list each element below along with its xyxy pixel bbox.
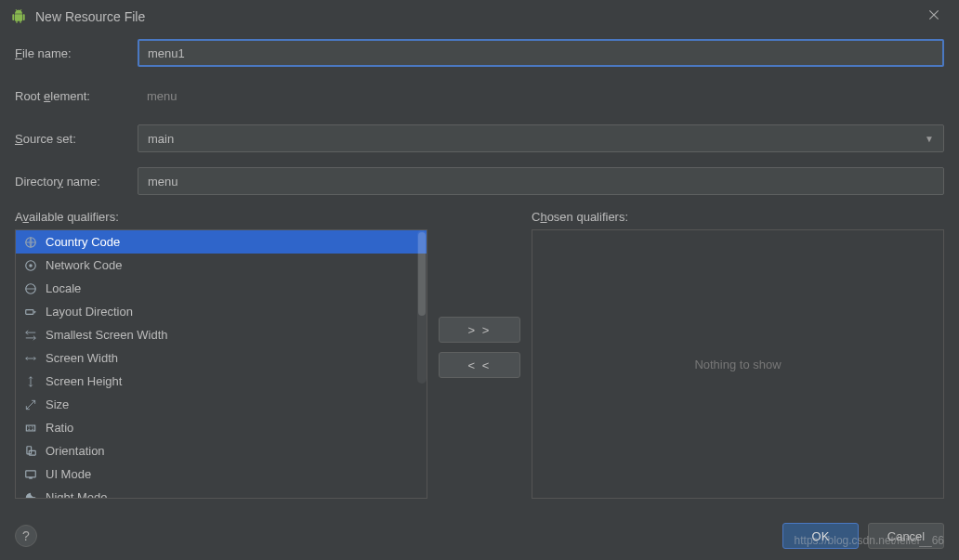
resize-icon [23,397,38,412]
width-icon [23,351,38,366]
qualifier-item[interactable]: 1:1Ratio [16,416,427,439]
root-element-label: Root element: [15,89,138,103]
qualifier-label: Network Code [46,258,122,272]
available-column: Available qualifiers: Country CodeNetwor… [15,210,427,499]
globe-flag-icon [23,235,38,250]
globe-icon [23,281,38,296]
qualifiers-area: Available qualifiers: Country CodeNetwor… [0,210,959,499]
arrows-icon [23,328,38,343]
height-icon [23,374,38,389]
source-set-label: Source set: [15,132,138,146]
ratio-icon: 1:1 [23,421,38,436]
qualifier-label: Ratio [46,421,73,435]
qualifier-label: Locale [46,281,81,295]
qualifier-label: Layout Direction [46,305,133,319]
orientation-icon [23,444,38,459]
directory-name-input[interactable] [138,167,944,195]
svg-text:1:1: 1:1 [28,425,34,430]
qualifier-item[interactable]: Locale [16,277,427,300]
android-icon [11,9,26,24]
qualifier-label: Smallest Screen Width [46,328,168,342]
chosen-label: Chosen qualifiers: [532,210,944,224]
qualifier-label: Country Code [46,235,120,249]
scrollbar[interactable] [417,230,427,384]
root-element-row: Root element: menu [15,82,944,110]
source-set-select[interactable]: main ▼ [138,124,944,152]
available-list[interactable]: Country CodeNetwork CodeLocaleLayout Dir… [15,229,427,499]
qualifier-label: Screen Height [46,374,122,388]
qualifier-label: Orientation [46,444,105,458]
qualifier-label: Night Mode [46,490,107,498]
qualifier-item[interactable]: UI Mode [16,462,427,486]
source-set-row: Source set: main ▼ [15,124,944,152]
qualifier-item[interactable]: Size [16,393,427,416]
root-element-field[interactable]: menu [138,82,944,110]
file-name-label: File name: [15,46,138,60]
chosen-list[interactable]: Nothing to show [532,229,944,499]
svg-point-4 [29,264,33,267]
qualifier-item[interactable]: Smallest Screen Width [16,323,427,346]
titlebar: New Resource File [0,0,959,33]
qualifier-item[interactable]: Screen Width [16,346,427,370]
directory-name-row: Directory name: [15,167,944,195]
night-icon [23,490,38,499]
svg-rect-12 [29,476,33,478]
available-label: Available qualifiers: [15,210,427,224]
root-element-value: menu [147,89,177,103]
source-set-value: main [148,132,174,146]
ok-button[interactable]: OK [782,523,859,549]
scrollbar-thumb[interactable] [418,232,426,316]
network-icon [23,258,38,273]
file-name-input[interactable] [138,39,944,67]
chosen-empty-text: Nothing to show [694,358,781,371]
footer: ? OK Cancel [0,512,959,560]
direction-icon [23,305,38,319]
qualifier-item[interactable]: Country Code [16,230,427,254]
svg-rect-6 [26,309,33,314]
form: File name: Root element: menu Source set… [0,33,959,195]
qualifier-label: Size [46,397,69,411]
cancel-button[interactable]: Cancel [868,523,944,549]
qualifier-item[interactable]: Night Mode [16,486,427,498]
file-name-row: File name: [15,39,944,67]
dialog-title: New Resource File [35,9,145,24]
qualifier-item[interactable]: Screen Height [16,370,427,393]
help-button[interactable]: ? [15,525,37,547]
add-qualifier-button[interactable]: > > [439,317,520,343]
qualifier-item[interactable]: Network Code [16,254,427,277]
remove-qualifier-button[interactable]: < < [439,352,520,378]
qualifier-item[interactable]: Orientation [16,439,427,462]
transfer-buttons: > > < < [439,317,520,378]
directory-name-label: Directory name: [15,175,138,189]
chosen-column: Chosen qualifiers: Nothing to show [532,210,944,499]
svg-rect-11 [26,470,36,476]
qualifier-label: Screen Width [46,351,118,365]
close-icon[interactable] [920,5,948,29]
chevron-down-icon: ▼ [925,134,934,144]
qualifier-label: UI Mode [46,467,91,481]
qualifier-item[interactable]: Layout Direction [16,300,427,323]
uimode-icon [23,467,38,482]
